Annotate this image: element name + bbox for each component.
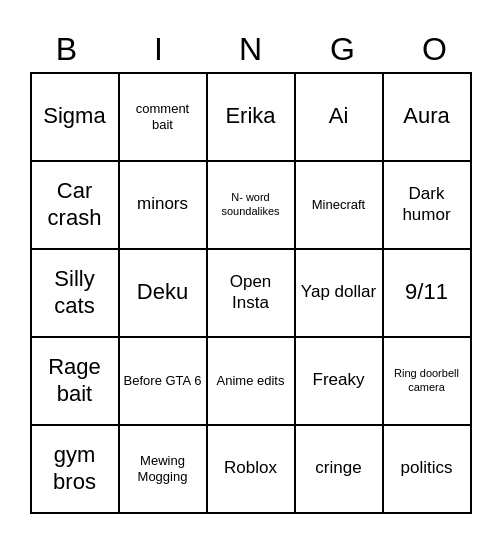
cell-text-1: comment bait [124, 101, 202, 132]
cell-text-18: Freaky [313, 370, 365, 390]
cell-text-21: Mewing Mogging [124, 453, 202, 484]
cell-text-7: N- word soundalikes [212, 191, 290, 217]
cell-text-22: Roblox [224, 458, 277, 478]
cell-11: Deku [120, 250, 208, 338]
header-letter-O: O [391, 31, 479, 68]
cell-text-8: Minecraft [312, 197, 365, 213]
cell-6: minors [120, 162, 208, 250]
cell-10: Silly cats [32, 250, 120, 338]
cell-1: comment bait [120, 74, 208, 162]
header-letter-B: B [23, 31, 111, 68]
cell-8: Minecraft [296, 162, 384, 250]
cell-text-4: Aura [403, 103, 449, 129]
cell-4: Aura [384, 74, 472, 162]
cell-13: Yap dollar [296, 250, 384, 338]
cell-7: N- word soundalikes [208, 162, 296, 250]
header-letter-G: G [299, 31, 387, 68]
cell-text-14: 9/11 [405, 279, 448, 305]
cell-21: Mewing Mogging [120, 426, 208, 514]
cell-18: Freaky [296, 338, 384, 426]
cell-24: politics [384, 426, 472, 514]
cell-text-9: Dark humor [388, 184, 466, 225]
bingo-grid: Sigmacomment baitErikaAiAuraCar crashmin… [30, 72, 472, 514]
cell-text-24: politics [401, 458, 453, 478]
cell-2: Erika [208, 74, 296, 162]
cell-9: Dark humor [384, 162, 472, 250]
bingo-card: BINGO Sigmacomment baitErikaAiAuraCar cr… [11, 21, 491, 524]
cell-15: Rage bait [32, 338, 120, 426]
cell-20: gym bros [32, 426, 120, 514]
cell-5: Car crash [32, 162, 120, 250]
cell-text-6: minors [137, 194, 188, 214]
bingo-header: BINGO [21, 31, 481, 68]
cell-23: cringe [296, 426, 384, 514]
cell-text-20: gym bros [36, 442, 114, 495]
cell-text-23: cringe [315, 458, 361, 478]
cell-text-17: Anime edits [217, 373, 285, 389]
cell-text-10: Silly cats [36, 266, 114, 319]
cell-12: Open Insta [208, 250, 296, 338]
cell-0: Sigma [32, 74, 120, 162]
cell-text-3: Ai [329, 103, 349, 129]
cell-19: Ring doorbell camera [384, 338, 472, 426]
cell-text-5: Car crash [36, 178, 114, 231]
cell-text-11: Deku [137, 279, 188, 305]
cell-text-2: Erika [225, 103, 275, 129]
cell-text-15: Rage bait [36, 354, 114, 407]
cell-14: 9/11 [384, 250, 472, 338]
cell-3: Ai [296, 74, 384, 162]
cell-22: Roblox [208, 426, 296, 514]
cell-text-12: Open Insta [212, 272, 290, 313]
cell-text-0: Sigma [43, 103, 105, 129]
cell-16: Before GTA 6 [120, 338, 208, 426]
header-letter-I: I [115, 31, 203, 68]
cell-text-16: Before GTA 6 [124, 373, 202, 389]
header-letter-N: N [207, 31, 295, 68]
cell-17: Anime edits [208, 338, 296, 426]
cell-text-13: Yap dollar [301, 282, 376, 302]
cell-text-19: Ring doorbell camera [388, 367, 466, 393]
